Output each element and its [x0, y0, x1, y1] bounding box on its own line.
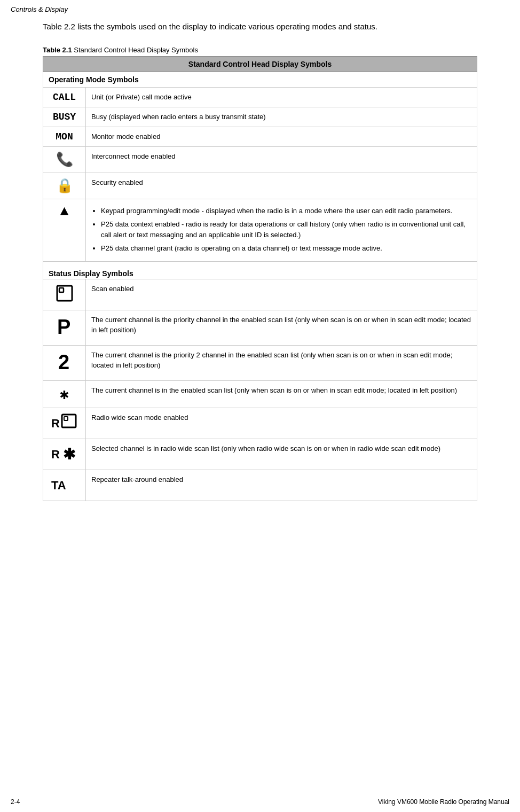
table-row: R ✱ Selected channel is in radio wide sc…: [43, 439, 477, 470]
ta-icon: TA: [51, 474, 78, 494]
section2-label: Status Display Symbols: [43, 261, 477, 279]
desc-cell-rasterisk: Selected channel is in radio wide scan l…: [86, 439, 477, 470]
svg-text:✱: ✱: [63, 446, 76, 463]
desc-cell-busy: Busy (displayed when radio enters a busy…: [86, 107, 477, 127]
busy-symbol: BUSY: [53, 112, 76, 122]
symbol-cell-busy: BUSY: [43, 107, 86, 127]
triangle-icon: ▲: [60, 204, 69, 220]
table-row: P The current channel is the priority ch…: [43, 310, 477, 345]
symbol-cell-scan: [43, 279, 86, 310]
table-row: BUSY Busy (displayed when radio enters a…: [43, 107, 477, 127]
desc-cell-rscan: Radio wide scan mode enabled: [86, 408, 477, 439]
symbol-cell-asterisk: ✱: [43, 380, 86, 408]
svg-rect-2: [59, 288, 64, 292]
page-header: Controls & Display: [0, 0, 520, 15]
priority-p-icon: P: [55, 315, 74, 338]
symbol-cell-triangle: ▲: [43, 199, 86, 261]
desc-cell-security: Security enabled: [86, 173, 477, 199]
table-row: CALL Unit (or Private) call mode active: [43, 87, 477, 107]
list-item: P25 data context enabled - radio is read…: [101, 219, 471, 240]
desc-cell-priority2: The current channel is the priority 2 ch…: [86, 345, 477, 380]
svg-text:TA: TA: [51, 479, 66, 492]
call-symbol: CALL: [53, 92, 76, 103]
table-header-cell: Standard Control Head Display Symbols: [43, 56, 477, 72]
triangle-bullets: Keypad programming/edit mode - displayed…: [101, 206, 471, 254]
rscan-icon: R: [51, 412, 78, 432]
table-header-row: Standard Control Head Display Symbols: [43, 56, 477, 72]
footer-page: 2-4: [11, 798, 20, 806]
table-row: 📞 Interconnect mode enabled: [43, 146, 477, 173]
table-row: 🔒 Security enabled: [43, 173, 477, 199]
desc-cell-mon: Monitor mode enabled: [86, 127, 477, 146]
table-label-text: Standard Control Head Display Symbols: [72, 46, 198, 54]
page-footer: 2-4 Viking VM600 Mobile Radio Operating …: [11, 798, 509, 806]
symbol-cell-ta: TA: [43, 470, 86, 501]
table-row: TA Repeater talk-around enabled: [43, 470, 477, 501]
table-row: R Radio wide scan mode enabled: [43, 408, 477, 439]
symbol-cell-rasterisk: R ✱: [43, 439, 86, 470]
desc-cell-triangle: Keypad programming/edit mode - displayed…: [86, 199, 477, 261]
operating-mode-section-header: Operating Mode Symbols: [43, 72, 477, 87]
svg-text:P: P: [57, 316, 70, 338]
section1-label: Operating Mode Symbols: [43, 72, 477, 87]
symbol-cell-priority: P: [43, 310, 86, 345]
rasterisk-icon: R ✱: [51, 443, 78, 463]
table-row: ▲ Keypad programming/edit mode - display…: [43, 199, 477, 261]
scan-icon: [55, 284, 74, 303]
symbol-cell-phone: 📞: [43, 146, 86, 173]
symbol-cell-call: CALL: [43, 87, 86, 107]
header-title: Controls & Display: [11, 5, 68, 13]
phone-icon: 📞: [56, 152, 73, 168]
table-row: MON Monitor mode enabled: [43, 127, 477, 146]
svg-text:2: 2: [58, 351, 69, 373]
desc-cell-ta: Repeater talk-around enabled: [86, 470, 477, 501]
mon-symbol: MON: [56, 131, 73, 142]
table-row: ✱ The current channel is in the enabled …: [43, 380, 477, 408]
symbol-cell-security: 🔒: [43, 173, 86, 199]
desc-cell-priority: The current channel is the priority chan…: [86, 310, 477, 345]
desc-cell-phone: Interconnect mode enabled: [86, 146, 477, 173]
intro-text: Table 2.2 lists the symbols used on the …: [43, 21, 477, 33]
table-row: Scan enabled: [43, 279, 477, 310]
status-display-section-header: Status Display Symbols: [43, 261, 477, 279]
symbol-cell-priority2: 2: [43, 345, 86, 380]
list-item: P25 data channel grant (radio is operati…: [101, 243, 471, 254]
desc-cell-call: Unit (or Private) call mode active: [86, 87, 477, 107]
svg-rect-7: [64, 417, 68, 420]
svg-text:R: R: [51, 417, 60, 430]
table-row: 2 The current channel is the priority 2 …: [43, 345, 477, 380]
symbol-cell-mon: MON: [43, 127, 86, 146]
table-label-bold: Table 2.1: [43, 46, 72, 54]
table-label: Table 2.1 Standard Control Head Display …: [43, 46, 477, 54]
asterisk-icon: ✱: [60, 387, 69, 403]
symbol-cell-rscan: R: [43, 408, 86, 439]
desc-cell-scan: Scan enabled: [86, 279, 477, 310]
desc-cell-asterisk: The current channel is in the enabled sc…: [86, 380, 477, 408]
main-table: Standard Control Head Display Symbols Op…: [43, 56, 477, 501]
list-item: Keypad programming/edit mode - displayed…: [101, 206, 471, 216]
security-icon: 🔒: [56, 178, 73, 194]
priority-2-icon: 2: [55, 350, 74, 373]
footer-manual: Viking VM600 Mobile Radio Operating Manu…: [378, 798, 509, 806]
svg-text:R: R: [51, 448, 60, 461]
